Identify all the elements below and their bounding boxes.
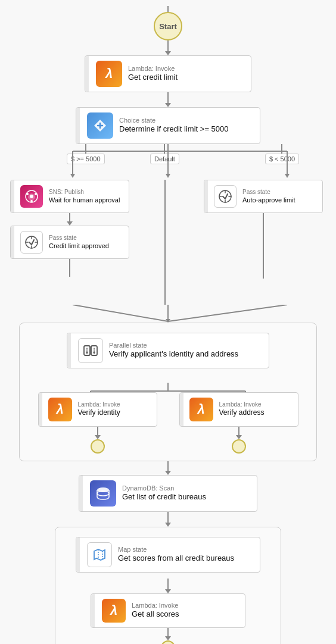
lambda4-icon: λ bbox=[110, 604, 117, 617]
connector bbox=[167, 579, 169, 589]
arrow bbox=[165, 103, 171, 107]
arrow bbox=[165, 589, 171, 593]
left-bar bbox=[204, 180, 208, 212]
pass1-title: Pass state bbox=[49, 235, 109, 242]
connector bbox=[167, 512, 169, 523]
sns-icon bbox=[24, 189, 39, 204]
svg-line-17 bbox=[168, 305, 287, 321]
lambda-icon-box: λ bbox=[96, 61, 122, 87]
svg-point-9 bbox=[30, 195, 33, 198]
lambda2-icon: λ bbox=[56, 403, 63, 416]
pass2-label: Auto-approve limit bbox=[242, 196, 295, 204]
dynamo-icon bbox=[95, 485, 111, 502]
choice1-title: Choice state bbox=[119, 117, 229, 124]
branch-lines bbox=[13, 144, 323, 180]
pass1-icon-box bbox=[20, 231, 43, 254]
choice-card[interactable]: Choice state Determine if credit limit >… bbox=[76, 107, 260, 144]
left-bar bbox=[11, 180, 14, 212]
map-icon bbox=[91, 546, 108, 563]
map1-title: Map state bbox=[118, 546, 234, 554]
parallel-container: Parallel state Verify applicant's identi… bbox=[19, 323, 317, 461]
map-container: Map state Get scores from all credit bur… bbox=[55, 527, 281, 644]
arrow bbox=[165, 51, 171, 55]
dynamo1-title: DynamoDB: Scan bbox=[122, 484, 206, 492]
choice-icon-box bbox=[87, 112, 113, 139]
connector bbox=[167, 40, 169, 51]
parallel1-label: Verify applicant's identity and address bbox=[109, 349, 238, 359]
lambda2-label: Verify identity bbox=[78, 408, 120, 418]
left-branch: SNS: Publish Wait for human approval bbox=[19, 180, 120, 277]
connector bbox=[167, 628, 169, 636]
pass2-title: Pass state bbox=[242, 189, 295, 196]
pass2-card[interactable]: Pass state Auto-approve limit bbox=[204, 180, 323, 213]
lambda2-card[interactable]: λ Lambda: Invoke Verify identity bbox=[38, 392, 157, 427]
lambda4-label: Get all scores bbox=[132, 609, 179, 620]
left-bar bbox=[67, 333, 71, 368]
dynamo1-label: Get list of credit bureaus bbox=[122, 492, 206, 502]
connector-down-left bbox=[69, 259, 70, 277]
connector-down-right bbox=[263, 213, 264, 279]
lambda2-icon-box: λ bbox=[48, 398, 72, 421]
end-circle-left bbox=[91, 439, 105, 454]
parallel-card[interactable]: Parallel state Verify applicant's identi… bbox=[67, 333, 269, 368]
merge-lines bbox=[13, 305, 323, 323]
left-bar bbox=[39, 393, 42, 426]
parallel-icon bbox=[82, 342, 99, 359]
lambda4-title: Lambda: Invoke bbox=[132, 602, 179, 609]
lambda3-card[interactable]: λ Lambda: Invoke Verify address bbox=[179, 392, 298, 427]
lambda-get-credit-card[interactable]: λ Lambda: Invoke Get credit limit bbox=[85, 55, 251, 92]
arrow bbox=[165, 523, 171, 527]
arrow bbox=[236, 435, 242, 439]
lambda3-title: Lambda: Invoke bbox=[219, 401, 265, 408]
lambda4-card[interactable]: λ Lambda: Invoke Get all scores bbox=[91, 593, 245, 628]
lambda-icon: λ bbox=[105, 67, 113, 80]
left-bar bbox=[85, 56, 89, 92]
choice1-label: Determine if credit limit >= 5000 bbox=[119, 124, 229, 135]
arrow bbox=[95, 435, 101, 439]
sns-card[interactable]: SNS: Publish Wait for human approval bbox=[10, 180, 129, 213]
svg-marker-21 bbox=[86, 352, 88, 354]
svg-marker-7 bbox=[285, 174, 290, 178]
pass1-label: Credit limit approved bbox=[49, 242, 109, 250]
sns1-label: Wait for human approval bbox=[49, 196, 120, 204]
svg-marker-6 bbox=[166, 174, 170, 178]
left-bar bbox=[11, 226, 14, 258]
left-bar bbox=[180, 393, 183, 426]
right-branch: Pass state Auto-approve limit bbox=[210, 180, 317, 279]
arrow bbox=[67, 221, 73, 226]
lambda2-title: Lambda: Invoke bbox=[78, 401, 120, 408]
parallel1-title: Parallel state bbox=[109, 342, 238, 349]
lambda3-label: Verify address bbox=[219, 408, 265, 418]
sns1-title: SNS: Publish bbox=[49, 189, 120, 196]
map-end-circle bbox=[161, 640, 175, 644]
map-icon-box bbox=[87, 542, 112, 567]
map1-label: Get scores from all credit bureaus bbox=[118, 554, 234, 564]
lambda3-icon-box: λ bbox=[189, 398, 213, 421]
svg-point-12 bbox=[30, 200, 33, 202]
pass1-card[interactable]: Pass state Credit limit approved bbox=[10, 226, 129, 259]
svg-point-11 bbox=[35, 193, 37, 195]
sns-icon-box bbox=[20, 185, 43, 208]
lambda1-title: Lambda: Invoke bbox=[128, 65, 178, 73]
pass-icon bbox=[24, 235, 39, 250]
svg-marker-5 bbox=[70, 174, 75, 178]
svg-marker-22 bbox=[93, 352, 95, 354]
start-node: Start bbox=[154, 12, 182, 40]
arrow bbox=[165, 636, 171, 640]
left-bar bbox=[76, 537, 80, 572]
lambda3-icon: λ bbox=[197, 403, 204, 416]
pass2-icon-box bbox=[214, 185, 237, 208]
dynamo-card[interactable]: DynamoDB: Scan Get list of credit bureau… bbox=[79, 475, 257, 512]
left-bar bbox=[91, 594, 95, 627]
lambda4-icon-box: λ bbox=[102, 599, 126, 623]
left-bar bbox=[79, 476, 83, 511]
start-label: Start bbox=[159, 22, 177, 31]
choice-icon bbox=[92, 117, 108, 134]
left-bar bbox=[76, 108, 80, 143]
map-card[interactable]: Map state Get scores from all credit bur… bbox=[76, 537, 260, 573]
svg-line-15 bbox=[73, 305, 168, 321]
svg-point-10 bbox=[26, 193, 29, 195]
dynamo-icon-box bbox=[90, 480, 116, 507]
arrow bbox=[165, 471, 171, 475]
parallel-icon-box bbox=[78, 338, 103, 363]
